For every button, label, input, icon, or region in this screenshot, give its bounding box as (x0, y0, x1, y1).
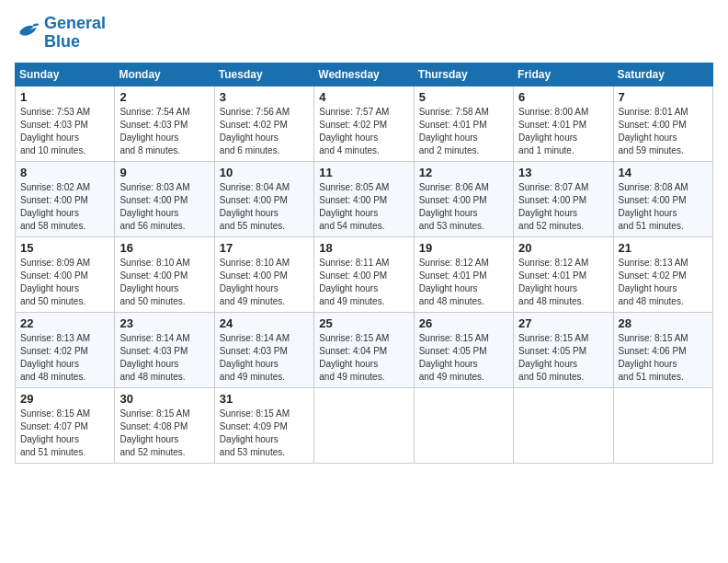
day-number: 29 (20, 392, 109, 406)
table-row: 11 Sunrise: 8:05 AMSunset: 4:00 PMDaylig… (314, 161, 414, 236)
day-info: Sunrise: 7:57 AMSunset: 4:02 PMDaylight … (319, 106, 408, 157)
day-info: Sunrise: 8:15 AMSunset: 4:06 PMDaylight … (619, 332, 708, 384)
header-row: Sunday Monday Tuesday Wednesday Thursday… (16, 63, 713, 86)
col-sunday: Sunday (16, 63, 115, 86)
day-info: Sunrise: 7:54 AMSunset: 4:03 PMDaylight … (119, 106, 209, 157)
day-number: 21 (619, 241, 708, 255)
day-info: Sunrise: 8:15 AMSunset: 4:05 PMDaylight … (518, 332, 608, 384)
table-row: 26 Sunrise: 8:15 AMSunset: 4:05 PMDaylig… (414, 312, 513, 387)
table-row: 27 Sunrise: 8:15 AMSunset: 4:05 PMDaylig… (514, 312, 613, 387)
day-info: Sunrise: 8:01 AMSunset: 4:00 PMDaylight … (619, 106, 708, 157)
day-number: 22 (20, 316, 109, 330)
day-number: 25 (319, 316, 408, 330)
day-number: 30 (119, 392, 209, 406)
day-info: Sunrise: 7:56 AMSunset: 4:02 PMDaylight … (220, 106, 309, 157)
day-info: Sunrise: 8:08 AMSunset: 4:00 PMDaylight … (619, 181, 708, 233)
day-info: Sunrise: 8:06 AMSunset: 4:00 PMDaylight … (419, 181, 508, 233)
table-row: 9 Sunrise: 8:03 AMSunset: 4:00 PMDayligh… (115, 161, 214, 236)
day-number: 4 (319, 90, 408, 104)
day-info: Sunrise: 8:10 AMSunset: 4:00 PMDaylight … (119, 257, 209, 308)
table-row: 19 Sunrise: 8:12 AMSunset: 4:01 PMDaylig… (414, 236, 513, 312)
day-number: 6 (518, 90, 608, 104)
day-number: 26 (419, 316, 508, 330)
col-tuesday: Tuesday (214, 63, 313, 86)
table-row: 13 Sunrise: 8:07 AMSunset: 4:00 PMDaylig… (514, 161, 613, 236)
calendar-row: 1 Sunrise: 7:53 AMSunset: 4:03 PMDayligh… (16, 86, 713, 161)
day-info: Sunrise: 8:13 AMSunset: 4:02 PMDaylight … (20, 332, 109, 384)
calendar-row: 15 Sunrise: 8:09 AMSunset: 4:00 PMDaylig… (16, 236, 713, 312)
day-info: Sunrise: 8:09 AMSunset: 4:00 PMDaylight … (20, 257, 109, 308)
day-number: 24 (220, 316, 309, 330)
table-row: 7 Sunrise: 8:01 AMSunset: 4:00 PMDayligh… (613, 86, 712, 161)
day-number: 19 (419, 241, 508, 255)
day-info: Sunrise: 8:14 AMSunset: 4:03 PMDaylight … (220, 332, 309, 384)
table-row: 20 Sunrise: 8:12 AMSunset: 4:01 PMDaylig… (514, 236, 613, 312)
col-friday: Friday (514, 63, 613, 86)
day-info: Sunrise: 8:15 AMSunset: 4:04 PMDaylight … (319, 332, 408, 384)
day-number: 27 (518, 316, 608, 330)
page-header: General Blue (15, 15, 713, 52)
calendar-row: 29 Sunrise: 8:15 AMSunset: 4:07 PMDaylig… (16, 387, 713, 463)
day-info: Sunrise: 8:15 AMSunset: 4:05 PMDaylight … (419, 332, 508, 384)
col-thursday: Thursday (414, 63, 513, 86)
day-info: Sunrise: 7:53 AMSunset: 4:03 PMDaylight … (20, 106, 109, 157)
table-row: 16 Sunrise: 8:10 AMSunset: 4:00 PMDaylig… (115, 236, 214, 312)
table-row: 2 Sunrise: 7:54 AMSunset: 4:03 PMDayligh… (115, 86, 214, 161)
day-info: Sunrise: 8:11 AMSunset: 4:00 PMDaylight … (319, 257, 408, 308)
table-row: 6 Sunrise: 8:00 AMSunset: 4:01 PMDayligh… (514, 86, 613, 161)
day-info: Sunrise: 8:05 AMSunset: 4:00 PMDaylight … (319, 181, 408, 233)
table-row: 10 Sunrise: 8:04 AMSunset: 4:00 PMDaylig… (214, 161, 313, 236)
table-row: 3 Sunrise: 7:56 AMSunset: 4:02 PMDayligh… (214, 86, 313, 161)
day-info: Sunrise: 7:58 AMSunset: 4:01 PMDaylight … (419, 106, 508, 157)
day-info: Sunrise: 8:02 AMSunset: 4:00 PMDaylight … (20, 181, 109, 233)
day-number: 11 (319, 166, 408, 179)
day-number: 20 (518, 241, 608, 255)
logo-bird-icon (15, 18, 40, 44)
table-row: 29 Sunrise: 8:15 AMSunset: 4:07 PMDaylig… (16, 387, 115, 463)
day-number: 15 (20, 241, 109, 255)
day-info: Sunrise: 8:10 AMSunset: 4:00 PMDaylight … (220, 257, 309, 308)
day-number: 9 (119, 166, 209, 179)
day-number: 8 (20, 166, 109, 179)
day-info: Sunrise: 8:03 AMSunset: 4:00 PMDaylight … (119, 181, 209, 233)
calendar-row: 22 Sunrise: 8:13 AMSunset: 4:02 PMDaylig… (16, 312, 713, 387)
table-row: 23 Sunrise: 8:14 AMSunset: 4:03 PMDaylig… (115, 312, 214, 387)
day-info: Sunrise: 8:13 AMSunset: 4:02 PMDaylight … (619, 257, 708, 308)
day-info: Sunrise: 8:15 AMSunset: 4:09 PMDaylight … (220, 408, 309, 459)
day-number: 10 (220, 166, 309, 179)
table-row: 12 Sunrise: 8:06 AMSunset: 4:00 PMDaylig… (414, 161, 513, 236)
calendar-table: Sunday Monday Tuesday Wednesday Thursday… (15, 63, 713, 464)
day-number: 2 (119, 90, 209, 104)
table-row: 21 Sunrise: 8:13 AMSunset: 4:02 PMDaylig… (613, 236, 712, 312)
table-row: 14 Sunrise: 8:08 AMSunset: 4:00 PMDaylig… (613, 161, 712, 236)
day-number: 23 (119, 316, 209, 330)
table-row (314, 387, 414, 463)
table-row (514, 387, 613, 463)
day-info: Sunrise: 8:00 AMSunset: 4:01 PMDaylight … (518, 106, 608, 157)
table-row: 5 Sunrise: 7:58 AMSunset: 4:01 PMDayligh… (414, 86, 513, 161)
table-row: 28 Sunrise: 8:15 AMSunset: 4:06 PMDaylig… (613, 312, 712, 387)
day-number: 13 (518, 166, 608, 179)
day-number: 5 (419, 90, 508, 104)
day-info: Sunrise: 8:12 AMSunset: 4:01 PMDaylight … (419, 257, 508, 308)
day-info: Sunrise: 8:15 AMSunset: 4:08 PMDaylight … (119, 408, 209, 459)
day-number: 31 (220, 392, 309, 406)
day-number: 17 (220, 241, 309, 255)
table-row: 8 Sunrise: 8:02 AMSunset: 4:00 PMDayligh… (16, 161, 115, 236)
table-row: 22 Sunrise: 8:13 AMSunset: 4:02 PMDaylig… (16, 312, 115, 387)
day-number: 18 (319, 241, 408, 255)
logo-text: General Blue (44, 15, 106, 52)
col-saturday: Saturday (613, 63, 712, 86)
col-monday: Monday (115, 63, 214, 86)
day-info: Sunrise: 8:12 AMSunset: 4:01 PMDaylight … (518, 257, 608, 308)
day-number: 3 (220, 90, 309, 104)
day-number: 12 (419, 166, 508, 179)
day-info: Sunrise: 8:15 AMSunset: 4:07 PMDaylight … (20, 408, 109, 459)
table-row: 24 Sunrise: 8:14 AMSunset: 4:03 PMDaylig… (214, 312, 313, 387)
day-info: Sunrise: 8:07 AMSunset: 4:00 PMDaylight … (518, 181, 608, 233)
table-row (613, 387, 712, 463)
day-number: 14 (619, 166, 708, 179)
table-row: 25 Sunrise: 8:15 AMSunset: 4:04 PMDaylig… (314, 312, 414, 387)
table-row: 15 Sunrise: 8:09 AMSunset: 4:00 PMDaylig… (16, 236, 115, 312)
day-number: 7 (619, 90, 708, 104)
